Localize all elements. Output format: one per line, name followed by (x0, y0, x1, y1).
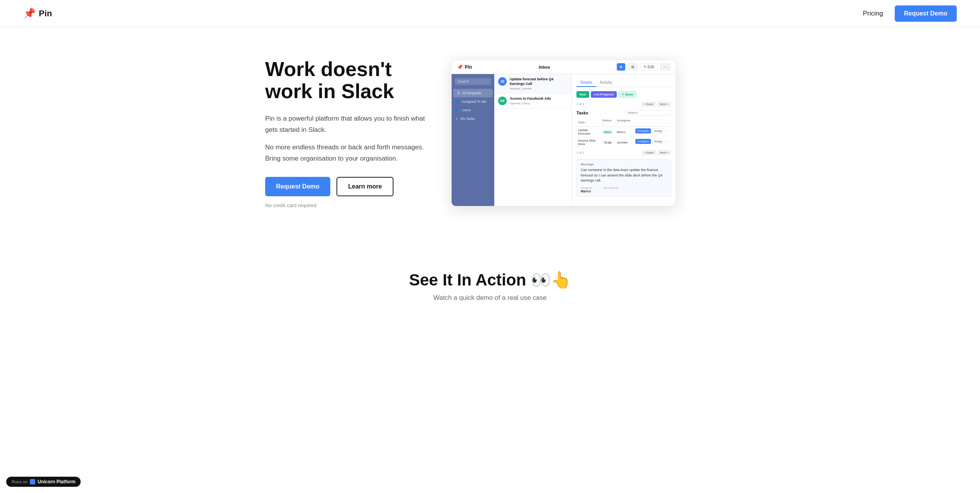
app-plus-button[interactable]: + (617, 63, 625, 71)
sidebar-item-my-tasks[interactable]: ✓ My Tasks (452, 114, 494, 123)
request-tags-1: #finance | Jennifer (510, 87, 568, 90)
tasks-table-head: Task ↑ Status ↑ Assignee ↑ (576, 118, 671, 127)
request-item-1[interactable]: JE Update forecast before Q4 Earnings Ca… (494, 74, 571, 93)
logo-pin-icon: 📌 (23, 7, 36, 19)
task-complete-button-2[interactable]: Complete (635, 139, 651, 144)
tasks-back-button[interactable]: < Back (642, 150, 656, 155)
request-avatar-1: JE (498, 77, 507, 86)
message-meta: Assignee Marco Received At (581, 187, 667, 193)
task-more-icon-1[interactable]: ··· (666, 128, 669, 133)
tasks-table-body: Update Forecast Done Marco Complete Assi… (576, 127, 671, 148)
table-row: Update Forecast Done Marco Complete Assi… (576, 127, 671, 137)
task-status-2: To do (600, 137, 615, 148)
table-row: Amend Slide Deck To do Jennifer Complete… (576, 137, 671, 148)
app-logo: 📌 Pin (457, 64, 472, 70)
hero-note: No credit card required (265, 202, 428, 208)
all-requests-icon: ☰ (457, 91, 460, 95)
tasks-search-input[interactable] (625, 110, 671, 116)
hero-desc-1: Pin is a powerful platform that allows y… (265, 113, 428, 136)
task-status-badge-1: Done (602, 130, 613, 134)
app-body: Search ☰ All Requests 👤 Assigned To Me 👥… (452, 74, 676, 206)
tasks-next-button[interactable]: Next > (657, 150, 671, 155)
section-action: See It In Action 👀👆 Watch a quick demo o… (0, 239, 980, 317)
assigned-to-me-icon: 👤 (455, 100, 460, 104)
received-label: Received At (604, 187, 618, 189)
app-mockup: 📌 Pin Inbox + ⊞ ✎ Edit ··· Search ☰ (451, 60, 676, 206)
hero-section: Work doesn't work in Slack Pin is a powe… (219, 27, 761, 239)
hero-left: Work doesn't work in Slack Pin is a powe… (265, 58, 428, 208)
status-chip-inprogress[interactable]: ● In Progress (591, 91, 617, 98)
tasks-pagination: 1 of 1 < Back Next > (576, 150, 671, 155)
task-more-icon-2[interactable]: ··· (666, 139, 669, 144)
pagination-back-button[interactable]: < Back (642, 102, 656, 107)
message-received: Received At (604, 187, 618, 193)
tasks-title: Tasks (576, 111, 588, 115)
hero-desc-2: No more endless threads or back and fort… (265, 142, 428, 164)
request-item-2[interactable]: DE Access to Facebook Ads #general | Dem… (494, 93, 571, 109)
tasks-section: Tasks Task ↑ Status ↑ Assignee ↑ (576, 110, 671, 155)
app-grid-button[interactable]: ⊞ (628, 63, 638, 71)
hero-buttons: Request Demo Learn more (265, 177, 428, 196)
status-chip-now[interactable]: Now (576, 91, 589, 98)
request-info-1: Update forecast before Q4 Earnings Call … (510, 77, 568, 90)
all-requests-label: All Requests (462, 91, 482, 95)
request-tags-2: #general | Demy (510, 102, 568, 105)
pagination-info: 1 of 1 (576, 102, 584, 106)
assignee-value: Marco (581, 189, 592, 193)
tab-details[interactable]: Details (576, 79, 596, 87)
task-assignee-2: Jennifer (615, 137, 634, 148)
tab-activity[interactable]: Activity (596, 79, 616, 87)
col-assignee: Assignee ↑ (615, 118, 634, 127)
message-label: Message (581, 163, 667, 166)
assigned-to-me-label: Assigned To Me (462, 100, 487, 104)
col-actions (634, 118, 671, 127)
request-avatar-2: DE (498, 97, 507, 105)
nav-request-demo-button[interactable]: Request Demo (895, 5, 957, 22)
sidebar-item-users[interactable]: 👥 Users (452, 106, 494, 114)
requests-list: JE Update forecast before Q4 Earnings Ca… (494, 74, 572, 206)
app-pin-icon: 📌 (457, 64, 463, 70)
nav-pricing-link[interactable]: Pricing (863, 10, 883, 17)
app-more-button[interactable]: ··· (660, 63, 670, 71)
sidebar-item-assigned-to-me[interactable]: 👤 Assigned To Me (452, 97, 494, 106)
task-assign-button-2[interactable]: Assign (652, 139, 665, 144)
message-assignee: Assignee Marco (581, 187, 592, 193)
request-title-1: Update forecast before Q4 Earnings Call (510, 77, 568, 86)
detail-panel: Details Activity Now ● In Progress ✓ Don… (572, 74, 676, 206)
sidebar-item-all-requests[interactable]: ☰ All Requests (453, 89, 493, 97)
hero-title: Work doesn't work in Slack (265, 58, 428, 102)
tasks-header: Tasks (576, 110, 671, 116)
task-complete-button-1[interactable]: Complete (635, 128, 651, 133)
request-title-2: Access to Facebook Ads (510, 97, 568, 101)
task-name-1: Update Forecast (576, 127, 600, 137)
my-tasks-icon: ✓ (455, 117, 459, 121)
nav-logo[interactable]: 📌 Pin (23, 7, 52, 19)
col-task: Task ↑ (576, 118, 600, 127)
task-assignee-1: Marco (615, 127, 634, 137)
app-inbox-label: Inbox (539, 65, 550, 69)
section-action-subtitle: Watch a quick demo of a real use case (23, 294, 957, 302)
logo-text: Pin (39, 9, 52, 19)
users-label: Users (462, 108, 471, 112)
message-box: Message Can someone in the data team upd… (576, 159, 671, 197)
app-edit-button[interactable]: ✎ Edit (640, 63, 658, 71)
tasks-pagination-info: 1 of 1 (576, 151, 584, 154)
task-assign-button-1[interactable]: Assign (652, 128, 665, 133)
app-sidebar: Search ☰ All Requests 👤 Assigned To Me 👥… (452, 74, 494, 206)
hero-learn-more-button[interactable]: Learn more (336, 177, 393, 196)
task-status-badge-2: To do (602, 141, 613, 144)
hero-request-demo-button[interactable]: Request Demo (265, 177, 330, 196)
assignee-label: Assignee (581, 187, 592, 189)
status-chip-done[interactable]: ✓ Done (618, 91, 637, 98)
task-name-2: Amend Slide Deck (576, 137, 600, 148)
detail-tabs: Details Activity (576, 79, 671, 87)
section-action-title: See It In Action 👀👆 (23, 270, 957, 289)
app-topbar: 📌 Pin Inbox + ⊞ ✎ Edit ··· (452, 60, 676, 74)
users-icon: 👥 (455, 108, 460, 112)
task-actions-1: Complete Assign ··· (634, 127, 671, 135)
nav-right: Pricing Request Demo (863, 5, 957, 22)
pagination-next-button[interactable]: Next > (657, 102, 671, 107)
sidebar-search[interactable]: Search (455, 78, 491, 85)
status-bar: Now ● In Progress ✓ Done (576, 91, 671, 98)
app-logo-text: Pin (465, 64, 472, 70)
